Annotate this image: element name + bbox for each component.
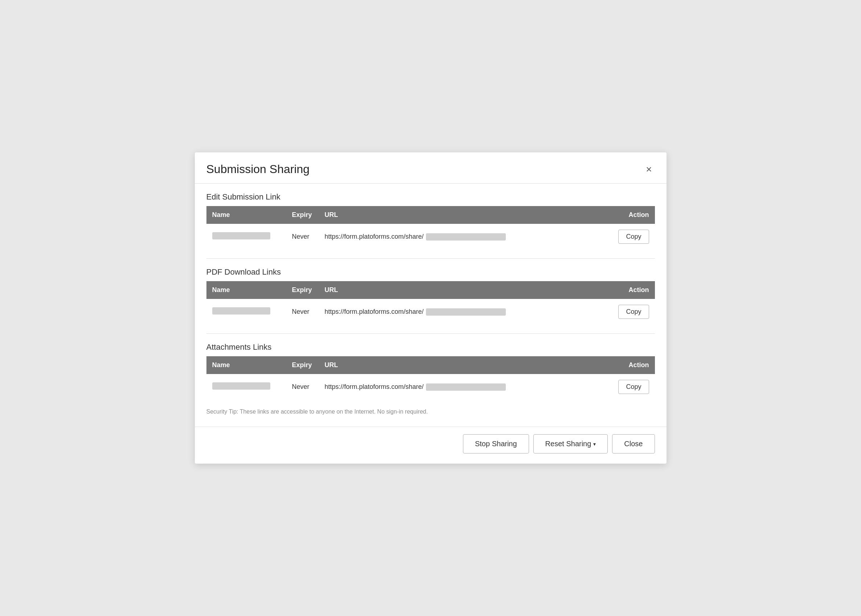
table-row: Never https://form.platoforms.com/share/… bbox=[206, 224, 655, 250]
close-button[interactable]: Close bbox=[612, 434, 655, 454]
chevron-down-icon: ▾ bbox=[593, 441, 596, 447]
modal-title: Submission Sharing bbox=[206, 162, 310, 176]
col-header-action: Action bbox=[611, 281, 655, 299]
modal-header: Submission Sharing × bbox=[195, 152, 666, 184]
edit-submission-title: Edit Submission Link bbox=[206, 192, 655, 202]
url-cell: https://form.platoforms.com/share/ bbox=[319, 224, 611, 250]
action-cell: Copy bbox=[611, 374, 655, 400]
divider-2 bbox=[206, 333, 655, 334]
name-cell bbox=[206, 299, 286, 325]
reset-sharing-button[interactable]: Reset Sharing ▾ bbox=[533, 434, 608, 454]
action-cell: Copy bbox=[611, 299, 655, 325]
url-cell: https://form.platoforms.com/share/ bbox=[319, 299, 611, 325]
divider-1 bbox=[206, 258, 655, 259]
table-row: Never https://form.platoforms.com/share/… bbox=[206, 299, 655, 325]
col-header-expiry: Expiry bbox=[286, 356, 319, 374]
name-redacted bbox=[212, 382, 270, 390]
attachments-table: Name Expiry URL Action Never bbox=[206, 356, 655, 400]
col-header-url: URL bbox=[319, 206, 611, 224]
modal-footer: Stop Sharing Reset Sharing ▾ Close bbox=[195, 427, 666, 464]
url-prefix: https://form.platoforms.com/share/ bbox=[325, 308, 424, 316]
url-redacted bbox=[426, 233, 506, 240]
attachments-title: Attachments Links bbox=[206, 343, 655, 352]
col-header-url: URL bbox=[319, 356, 611, 374]
stop-sharing-button[interactable]: Stop Sharing bbox=[463, 434, 529, 454]
reset-sharing-label: Reset Sharing bbox=[545, 440, 591, 448]
col-header-expiry: Expiry bbox=[286, 281, 319, 299]
expiry-cell: Never bbox=[286, 299, 319, 325]
submission-sharing-modal: Submission Sharing × Edit Submission Lin… bbox=[195, 152, 666, 464]
name-redacted bbox=[212, 232, 270, 239]
pdf-download-table-header: Name Expiry URL Action bbox=[206, 281, 655, 299]
url-redacted bbox=[426, 308, 506, 316]
action-cell: Copy bbox=[611, 224, 655, 250]
url-cell: https://form.platoforms.com/share/ bbox=[319, 374, 611, 400]
modal-body: Edit Submission Link Name Expiry URL Act… bbox=[195, 184, 666, 427]
attachments-table-header: Name Expiry URL Action bbox=[206, 356, 655, 374]
name-redacted bbox=[212, 307, 270, 314]
pdf-download-title: PDF Download Links bbox=[206, 267, 655, 277]
col-header-expiry: Expiry bbox=[286, 206, 319, 224]
col-header-url: URL bbox=[319, 281, 611, 299]
col-header-name: Name bbox=[206, 206, 286, 224]
col-header-name: Name bbox=[206, 281, 286, 299]
url-redacted bbox=[426, 383, 506, 391]
name-cell bbox=[206, 224, 286, 250]
name-cell bbox=[206, 374, 286, 400]
col-header-action: Action bbox=[611, 356, 655, 374]
copy-button-edit-submission[interactable]: Copy bbox=[618, 229, 649, 244]
table-row: Never https://form.platoforms.com/share/… bbox=[206, 374, 655, 400]
edit-submission-table-body: Never https://form.platoforms.com/share/… bbox=[206, 224, 655, 250]
copy-button-pdf-download[interactable]: Copy bbox=[618, 305, 649, 319]
attachments-table-body: Never https://form.platoforms.com/share/… bbox=[206, 374, 655, 400]
close-icon-button[interactable]: × bbox=[643, 163, 655, 176]
url-prefix: https://form.platoforms.com/share/ bbox=[325, 233, 424, 240]
edit-submission-section: Edit Submission Link Name Expiry URL Act… bbox=[206, 192, 655, 250]
edit-submission-table-header: Name Expiry URL Action bbox=[206, 206, 655, 224]
col-header-name: Name bbox=[206, 356, 286, 374]
expiry-cell: Never bbox=[286, 224, 319, 250]
attachments-section: Attachments Links Name Expiry URL Action bbox=[206, 343, 655, 400]
security-tip: Security Tip: These links are accessible… bbox=[206, 409, 655, 415]
edit-submission-table: Name Expiry URL Action Never bbox=[206, 206, 655, 250]
pdf-download-table-body: Never https://form.platoforms.com/share/… bbox=[206, 299, 655, 325]
expiry-cell: Never bbox=[286, 374, 319, 400]
url-prefix: https://form.platoforms.com/share/ bbox=[325, 383, 424, 391]
col-header-action: Action bbox=[611, 206, 655, 224]
pdf-download-section: PDF Download Links Name Expiry URL Actio… bbox=[206, 267, 655, 325]
copy-button-attachments[interactable]: Copy bbox=[618, 380, 649, 394]
pdf-download-table: Name Expiry URL Action Never bbox=[206, 281, 655, 325]
